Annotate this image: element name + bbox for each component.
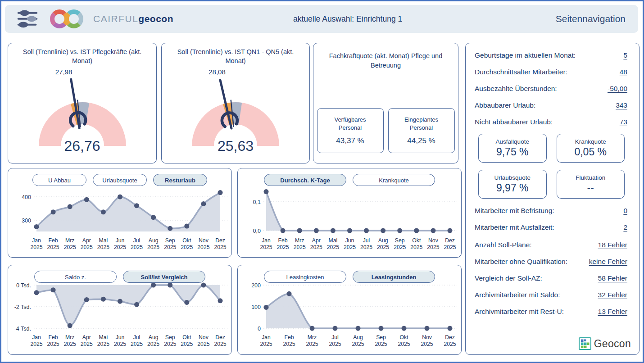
svg-text:Aug: Aug	[378, 237, 388, 244]
svg-text:2025: 2025	[377, 244, 389, 250]
page-navigation-link[interactable]: Seitennavigation	[556, 14, 626, 24]
chart-card-k-tage: Durchsch. K-TageKrankquote 0,10,0Jan2025…	[237, 168, 462, 258]
tab-soll-ist-vergleich[interactable]: Soll/Ist Vergleich	[123, 271, 205, 283]
svg-text:2025: 2025	[197, 341, 209, 347]
svg-text:200: 200	[251, 282, 261, 289]
svg-text:2025: 2025	[329, 341, 341, 347]
svg-text:Nov: Nov	[199, 334, 209, 340]
stat-value-link[interactable]: keine Fehler	[589, 257, 627, 266]
svg-text:-2 Tsd.: -2 Tsd.	[14, 304, 31, 310]
chart-tabs: LeasingkostenLeasingstunden	[238, 271, 461, 283]
line-chart-soll-ist[interactable]: 0 Tsd.-2 Tsd.-4 Tsd.Jan2025Feb2025Mrz202…	[9, 281, 232, 353]
kpi-label: Eingeplantes Personal	[396, 116, 447, 132]
tab-resturlaub[interactable]: Resturlaub	[153, 174, 207, 186]
kpi-panel-bottom-rows: Anzahl Soll-Pläne:18 FehlerMitarbeiter o…	[475, 240, 627, 316]
chart-card-resturlaub: U AbbauUrlaubsquoteResturlaub 400300Jan2…	[8, 168, 232, 258]
svg-text:400: 400	[22, 194, 31, 200]
svg-text:2025: 2025	[214, 244, 226, 250]
stat-value-link[interactable]: 5	[623, 50, 627, 60]
tab-urlaubsquote[interactable]: Urlaubsquote	[93, 174, 147, 186]
tab-saldo-z[interactable]: Saldo z.	[34, 271, 117, 283]
brand-geocon: geocon	[138, 14, 173, 24]
gauge-ist-value: 25,63	[162, 138, 309, 154]
stat-row-archivmitarbeiter-mit-saldo: Archivmitarbeiter mit Saldo:32 Fehler	[475, 290, 627, 299]
line-chart-leasing[interactable]: 2001000Jan2025Feb2025Mrz2025Jul2025Aug20…	[238, 281, 462, 353]
sliders-icon	[16, 9, 39, 29]
kpi-label: Ausfallquote	[496, 138, 529, 145]
stat-value-link[interactable]: 73	[620, 117, 627, 127]
stat-value-link[interactable]: 48	[620, 67, 627, 77]
filter-menu-button[interactable]	[16, 9, 39, 29]
stat-label: Archivmitarbeiter mit Saldo:	[475, 290, 560, 299]
tab-u-abbau[interactable]: U Abbau	[32, 174, 86, 186]
svg-text:Okt: Okt	[400, 334, 409, 340]
svg-text:2025: 2025	[47, 244, 59, 250]
svg-text:-4 Tsd.: -4 Tsd.	[14, 326, 31, 332]
svg-text:Mrz: Mrz	[295, 237, 304, 244]
svg-text:2025: 2025	[30, 244, 42, 250]
kpi-value: 43,37 %	[336, 136, 364, 145]
stat-label: Abbaubarer Urlaub:	[475, 100, 535, 110]
svg-text:2025: 2025	[310, 244, 322, 250]
kpi-box-verfuegbares-personal: Verfügbares Personal 43,37 %	[317, 108, 384, 153]
stat-value-link[interactable]: 58 Fehler	[598, 273, 627, 283]
svg-text:Jul: Jul	[331, 334, 339, 340]
svg-text:Mai: Mai	[329, 237, 338, 244]
kpi-box-eingeplantes-personal: Eingeplantes Personal 44,25 %	[388, 108, 455, 153]
stat-value-link[interactable]: 18 Fehler	[598, 240, 627, 250]
kpi-label: Verfügbares Personal	[325, 116, 376, 132]
quote-boxes: Ausfallquote9,75 %Krankquote0,05 %Urlaub…	[478, 134, 625, 199]
svg-text:2025: 2025	[64, 244, 76, 250]
kpi-value: 44,25 %	[407, 136, 435, 145]
brand-cairful: CAIRFUL	[93, 14, 138, 24]
svg-text:Apr: Apr	[82, 334, 91, 340]
svg-text:2025: 2025	[283, 341, 295, 347]
line-chart-k-tage[interactable]: 0,10,0Jan2025Feb2025Mrz2025Apr2025Mai202…	[238, 185, 462, 256]
stat-value-link[interactable]: 2	[623, 222, 627, 232]
svg-text:0,1: 0,1	[253, 199, 261, 205]
svg-text:Jul: Jul	[133, 334, 141, 340]
stat-value-link[interactable]: -50,00	[608, 84, 627, 93]
svg-text:2025: 2025	[394, 244, 406, 250]
svg-text:Mrz: Mrz	[65, 334, 74, 340]
tab-leasingstunden[interactable]: Leasingstunden	[353, 271, 435, 283]
svg-text:2025: 2025	[375, 341, 387, 347]
stat-label: Archivmitarbeiter mit Rest-U:	[475, 307, 564, 316]
brand-wordmark: CAIRFULgeocon	[93, 14, 173, 24]
svg-text:Mai: Mai	[99, 237, 108, 244]
svg-text:Jan: Jan	[32, 237, 41, 244]
svg-text:Jun: Jun	[116, 334, 125, 340]
stat-value-link[interactable]: 0	[623, 206, 627, 215]
kpi-panel-top-rows: Geburtstage im aktuellen Monat:5Durchsch…	[475, 50, 627, 127]
tab-durchsch-k-tage[interactable]: Durchsch. K-Tage	[264, 174, 346, 186]
svg-text:2025: 2025	[197, 244, 209, 250]
kpi-value: 9,97 %	[496, 182, 529, 194]
stat-row-mitarbeiter-mit-befristung: Mitarbeiter mit Befristung:0	[475, 206, 627, 215]
kpi-panel-mid-rows: Mitarbeiter mit Befristung:0Mitarbeiter …	[475, 206, 627, 232]
stat-value-link[interactable]: 13 Fehler	[598, 307, 627, 316]
chart-tabs: Durchsch. K-TageKrankquote	[238, 174, 461, 186]
svg-text:Sep: Sep	[165, 334, 175, 340]
stat-value-link[interactable]: 32 Fehler	[598, 290, 627, 299]
svg-text:2025: 2025	[164, 244, 176, 250]
line-chart-resturlaub[interactable]: 400300Jan2025Feb2025Mrz2025Apr2025Mai202…	[9, 185, 232, 256]
svg-text:Nov: Nov	[422, 334, 432, 340]
svg-text:Jan: Jan	[262, 237, 271, 244]
tab-leasingkosten[interactable]: Leasingkosten	[264, 271, 346, 283]
svg-text:Feb: Feb	[278, 237, 288, 244]
fachkraftquote-boxes: Verfügbares Personal 43,37 % Eingeplante…	[313, 108, 458, 153]
tab-krankquote[interactable]: Krankquote	[353, 174, 435, 186]
dashboard-page: CAIRFULgeocon aktuelle Auswahl: Einricht…	[0, 0, 644, 363]
svg-text:Aug: Aug	[353, 334, 363, 340]
stat-row-ausbezahlte-überstunden: Ausbezahlte Überstunden:-50,00	[475, 84, 627, 93]
svg-text:2025: 2025	[147, 244, 159, 250]
svg-text:Mrz: Mrz	[308, 334, 317, 340]
stat-label: Mitarbeiter ohne Qualifikation:	[475, 257, 567, 266]
svg-text:2025: 2025	[360, 244, 372, 250]
kpi-box-urlaubsquote: Urlaubsquote9,97 %	[478, 170, 547, 199]
svg-text:2025: 2025	[30, 341, 42, 347]
kpi-box-fluktuation: Fluktuation--	[557, 170, 625, 199]
stat-value-link[interactable]: 343	[616, 100, 627, 110]
svg-text:Aug: Aug	[149, 334, 159, 340]
svg-text:Dez: Dez	[445, 334, 455, 340]
